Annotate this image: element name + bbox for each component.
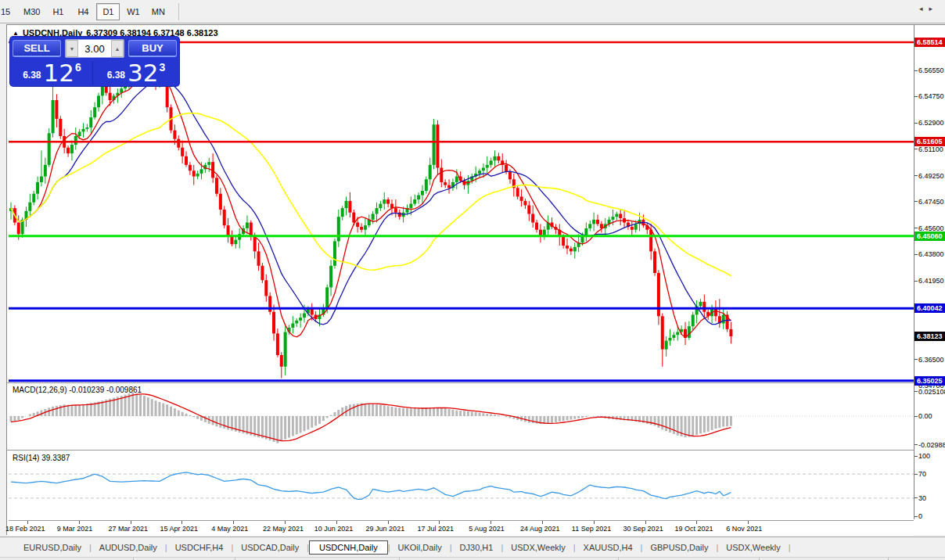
chart-tab-usdcnh[interactable]: USDCNH,Daily: [309, 540, 388, 555]
date-axis-tick-mark: [645, 521, 646, 524]
tab-scroll-right-icon[interactable]: ▸: [929, 5, 939, 13]
rsi-axis-tick-label: 30: [918, 494, 926, 502]
rsi-axis-tick-label: 0: [918, 512, 922, 519]
macd-axis-tick-mark: [914, 391, 918, 392]
status-strip: [0, 557, 945, 560]
price-axis-tick-label: 6.41950: [918, 277, 944, 285]
price-axis-tick-mark: [914, 359, 918, 360]
date-axis-tick-mark: [131, 521, 131, 524]
tab-scroll-left-icon[interactable]: ◂: [919, 5, 929, 13]
date-axis-label: 29 Jun 2021: [366, 525, 405, 533]
macd-axis-tick-label: 0.025108: [918, 388, 945, 396]
chart-tab-gbpusd[interactable]: GBPUSD,Daily: [642, 540, 716, 555]
macd-axis-tick-label: -0.029885: [918, 441, 945, 449]
volume-increase-button[interactable]: ▲: [111, 40, 124, 57]
one-click-trading-panel: SELL ▼ 3.00 ▲ BUY 6.38 12 6 6.38 32 3: [10, 37, 179, 86]
sell-price-prefix: 6.38: [23, 70, 41, 81]
timeframe-button-m30[interactable]: M30: [19, 3, 45, 20]
date-axis-tick-mark: [696, 521, 697, 524]
price-axis-tick-mark: [914, 228, 918, 228]
sell-price-display: 6.38 12 6: [12, 61, 93, 84]
macd-axis-tick-label: 0.00: [918, 412, 932, 420]
rsi-axis-tick-mark: [914, 456, 918, 457]
date-axis-tick-mark: [439, 521, 440, 524]
date-axis-label: 4 May 2021: [211, 525, 248, 533]
sell-button[interactable]: SELL: [13, 40, 61, 57]
timeframe-button-w1[interactable]: W1: [121, 3, 145, 20]
timeframe-toolbar: 15M30H1H4D1W1MN: [0, 0, 945, 23]
price-axis-tick-label: 6.52900: [918, 119, 944, 127]
price-level-marker: 6.38123: [914, 332, 945, 341]
tab-separator: |: [789, 543, 791, 552]
rsi-axis-tick-mark: [914, 516, 918, 517]
macd-axis-tick-mark: [914, 444, 918, 445]
macd-indicator-label: MACD(12,26,9) -0.010239 -0.009861: [13, 386, 142, 394]
date-axis-tick-mark: [27, 521, 28, 524]
rsi-axis-tick-mark: [914, 497, 918, 498]
price-axis-tick-mark: [914, 254, 918, 255]
timeframe-button-d1[interactable]: D1: [96, 3, 120, 20]
rsi-axis-tick-label: 70: [918, 470, 926, 478]
volume-decrease-button[interactable]: ▼: [66, 40, 78, 57]
buy-button[interactable]: BUY: [128, 40, 177, 57]
chart-tab-usdcad[interactable]: USDCAD,Daily: [233, 540, 307, 555]
chart-tab-usdx[interactable]: USDX,Weekly: [503, 540, 573, 555]
chart-window[interactable]: ▲ USDCNH,Daily 6.37309 6.38194 6.37148 6…: [6, 24, 945, 535]
chart-tab-xauusd[interactable]: XAUUSD,H4: [576, 540, 641, 555]
volume-input[interactable]: 3.00: [78, 43, 111, 55]
chart-tab-dj30[interactable]: DJ30,H1: [452, 540, 501, 555]
rsi-axis-tick-mark: [914, 474, 918, 475]
price-axis-tick-mark: [914, 175, 918, 176]
buy-price-prefix: 6.38: [107, 70, 125, 81]
toolbar-separator: [178, 3, 179, 20]
date-axis-label: 9 Mar 2021: [57, 525, 93, 533]
price-axis-tick-label: 6.43800: [918, 250, 944, 258]
price-axis[interactable]: 6.565506.547506.529006.511006.492506.474…: [914, 25, 945, 519]
price-axis-tick-label: 6.49250: [918, 172, 944, 180]
date-axis-tick-mark: [79, 521, 80, 524]
price-axis-tick-mark: [914, 149, 918, 149]
date-axis-tick-mark: [181, 521, 182, 524]
trading-terminal: 15M30H1H4D1W1MN ▲ USDCNH,Daily 6.37309 6…: [0, 0, 945, 560]
chart-tab-audusd[interactable]: AUDUSD,Daily: [92, 540, 165, 555]
price-level-marker: 6.51605: [914, 137, 945, 146]
date-axis-label: 30 Sep 2021: [623, 525, 663, 533]
timeframe-button-15[interactable]: 15: [0, 3, 17, 20]
date-axis-label: 6 Nov 2021: [726, 525, 762, 533]
date-axis-tick-mark: [285, 521, 286, 524]
volume-stepper: ▼ 3.00 ▲: [65, 39, 124, 58]
chart-tab-bar: EURUSD,Daily|AUDUSD,Daily|USDCHF,H4|USDC…: [0, 537, 945, 557]
rsi-indicator-plot[interactable]: [9, 451, 914, 519]
collapse-triangle-icon[interactable]: ▲: [13, 30, 19, 37]
price-axis-tick-label: 6.47450: [918, 198, 944, 206]
price-level-marker: 6.45060: [914, 232, 945, 241]
date-axis-label: 19 Oct 2021: [674, 525, 713, 533]
price-axis-tick-mark: [914, 96, 918, 97]
price-axis-tick-mark: [914, 70, 918, 71]
chart-tab-eurusd[interactable]: EURUSD,Daily: [16, 540, 89, 555]
buy-price-display: 6.38 32 3: [95, 61, 178, 84]
date-axis-label: 22 May 2021: [263, 525, 304, 533]
timeframe-button-mn[interactable]: MN: [146, 3, 170, 20]
price-level-marker: 6.40042: [914, 303, 945, 313]
chart-tab-ukoil[interactable]: UKOil,Daily: [390, 540, 450, 555]
timeframe-button-h4[interactable]: H4: [71, 3, 95, 20]
date-axis-tick-mark: [748, 521, 749, 524]
chart-tab-usdchf[interactable]: USDCHF,H4: [167, 540, 232, 555]
date-axis-label: 5 Aug 2021: [469, 525, 505, 533]
buy-price-sup: 3: [160, 61, 166, 74]
date-axis-label: 15 Apr 2021: [160, 525, 198, 533]
date-axis-tick-mark: [336, 521, 337, 524]
date-axis-label: 18 Feb 2021: [5, 525, 45, 533]
tab-scroll-arrows: ◂▸: [919, 5, 939, 13]
macd-indicator-plot[interactable]: [9, 384, 914, 450]
timeframe-button-h1[interactable]: H1: [46, 3, 70, 20]
macd-axis-tick-mark: [914, 416, 918, 417]
price-axis-tick-label: 6.56550: [918, 66, 944, 74]
date-axis-label: 11 Sep 2021: [572, 525, 611, 533]
date-axis[interactable]: 18 Feb 20219 Mar 202127 Mar 202115 Apr 2…: [9, 520, 914, 536]
price-axis-tick-mark: [914, 281, 918, 282]
chart-tab-usdx[interactable]: USDX,Weekly: [718, 540, 788, 555]
date-axis-tick-mark: [594, 521, 595, 524]
rsi-axis-tick-label: 100: [918, 452, 930, 460]
